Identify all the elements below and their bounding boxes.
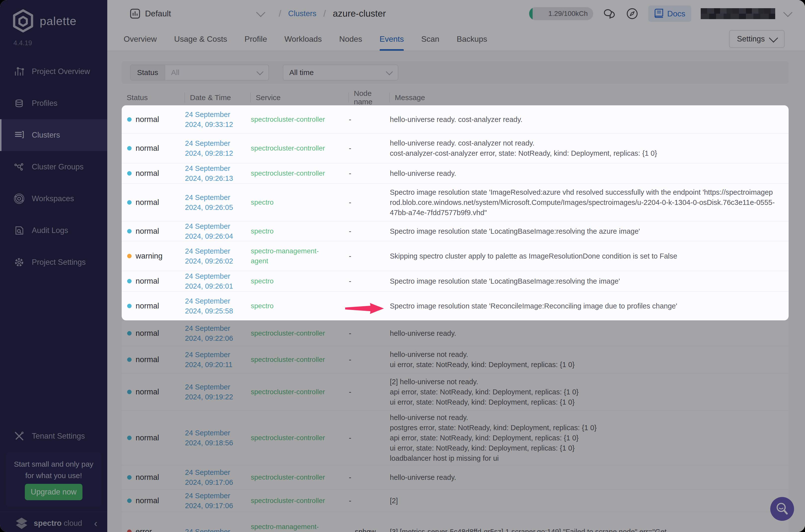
event-row[interactable]: normal24 September 2024, 09:22:06spectro… xyxy=(122,321,789,346)
status-dot-normal xyxy=(127,279,132,283)
sidebar-item-label: Tenant Settings xyxy=(32,432,85,441)
event-status-cell: normal xyxy=(122,115,185,124)
event-message: hello-universe not ready. postgres error… xyxy=(390,413,789,463)
event-node-name: - xyxy=(349,115,390,124)
status-dot-normal xyxy=(127,498,132,503)
audit-doc-icon xyxy=(14,225,25,236)
status-filter: Status All xyxy=(130,64,269,80)
event-message: Spectro image resolution state 'Locating… xyxy=(390,276,789,286)
event-datetime: 24 September 2024, 09:26:04 xyxy=(185,221,251,241)
event-node-name: - xyxy=(349,277,390,285)
settings-button[interactable]: Settings xyxy=(729,30,785,48)
layers-icon xyxy=(14,98,25,109)
event-service: spectro xyxy=(251,276,349,286)
status-text: normal xyxy=(136,329,159,338)
sidebar-item-tenant-settings[interactable]: Tenant Settings xyxy=(0,420,107,452)
event-row[interactable]: normal24 September 2024, 09:17:06spectro… xyxy=(122,466,789,490)
orbit-icon xyxy=(14,193,25,204)
status-dot-error xyxy=(127,530,132,532)
search-fab-button[interactable] xyxy=(770,497,794,521)
sidebar-item-cluster-groups[interactable]: Cluster Groups xyxy=(0,151,107,183)
sidebar-item-audit-logs[interactable]: Audit Logs xyxy=(0,214,107,246)
main-area: Default / Clusters / azure-cluster 1.29/… xyxy=(107,0,805,532)
event-datetime: 24 September 2024, 09:26:13 xyxy=(185,164,251,183)
chevron-down-icon xyxy=(386,68,393,75)
event-row[interactable]: normal24 September 2024, 09:18:56spectro… xyxy=(122,411,789,466)
spectro-cloud-logo-icon xyxy=(14,517,29,530)
compass-icon[interactable] xyxy=(626,7,639,20)
sidebar-item-project-settings[interactable]: Project Settings xyxy=(0,246,107,278)
user-menu-chevron-icon[interactable] xyxy=(783,8,792,17)
status-text: normal xyxy=(136,277,159,286)
breadcrumb-clusters-link[interactable]: Clusters xyxy=(288,9,317,18)
column-header-service: Service xyxy=(251,93,349,102)
event-row[interactable]: normal24 September 2024, 09:26:05spectro… xyxy=(122,184,789,222)
event-node-name: - xyxy=(349,356,390,364)
sidebar-item-profiles[interactable]: Profiles xyxy=(0,88,107,119)
sidebar-item-clusters[interactable]: Clusters xyxy=(0,119,107,151)
event-row[interactable]: normal24 September 2024, 09:17:06spectro… xyxy=(122,490,789,512)
event-row[interactable]: normal24 September 2024, 09:26:04spectro… xyxy=(122,222,789,242)
status-filter-select[interactable]: All xyxy=(165,64,269,80)
sidebar-menu: Project OverviewProfilesClustersCluster … xyxy=(0,56,107,278)
sidebar-item-label: Project Overview xyxy=(32,67,90,76)
event-row[interactable]: normal24 September 2024, 09:26:01spectro… xyxy=(122,271,789,291)
book-icon xyxy=(654,8,664,19)
status-dot-normal xyxy=(127,390,132,394)
sidebar-item-project-overview[interactable]: Project Overview xyxy=(0,56,107,88)
event-row[interactable]: normal24 September 2024, 09:33:12spectro… xyxy=(122,106,789,134)
event-service: spectro-management- agent xyxy=(251,246,349,266)
tab-nodes[interactable]: Nodes xyxy=(339,27,362,51)
tab-backups[interactable]: Backups xyxy=(457,27,487,51)
event-node-name: - xyxy=(349,388,390,396)
event-status-cell: normal xyxy=(122,144,185,153)
docs-button[interactable]: Docs xyxy=(648,5,691,22)
event-status-cell: error xyxy=(122,527,185,532)
event-datetime: 24 September 2024, 09:33:12 xyxy=(185,110,251,129)
event-row[interactable]: normal24 September 2024, 09:25:58spectro… xyxy=(122,291,789,321)
event-message: [2] hello-universe not ready. api error,… xyxy=(390,377,789,407)
event-row[interactable]: warning24 September 2024, 09:26:02spectr… xyxy=(122,242,789,271)
upgrade-now-button[interactable]: Upgrade now xyxy=(25,484,82,500)
molecule-icon xyxy=(14,161,25,173)
event-service: spectrocluster-controller xyxy=(251,387,349,397)
tab-workloads[interactable]: Workloads xyxy=(284,27,322,51)
server-icon xyxy=(14,129,25,141)
tab-profile[interactable]: Profile xyxy=(245,27,267,51)
brand-name: palette xyxy=(40,14,76,28)
event-row[interactable]: normal24 September 2024, 09:20:11spectro… xyxy=(122,346,789,374)
status-dot-normal xyxy=(127,357,132,362)
event-row[interactable]: error24 Septemberspectro-management- age… xyxy=(122,512,789,532)
status-text: normal xyxy=(136,198,159,207)
collapse-sidebar-icon[interactable]: ‹ xyxy=(94,518,97,528)
tab-scan[interactable]: Scan xyxy=(421,27,439,51)
event-message: Spectro image resolution state 'Locating… xyxy=(390,226,789,236)
event-status-cell: warning xyxy=(122,252,185,261)
tabs: OverviewUsage & CostsProfileWorkloadsNod… xyxy=(124,27,487,51)
event-row[interactable]: normal24 September 2024, 09:26:13spectro… xyxy=(122,164,789,184)
tab-overview[interactable]: Overview xyxy=(124,27,157,51)
event-row[interactable]: normal24 September 2024, 09:28:12spectro… xyxy=(122,134,789,164)
sidebar-item-label: Profiles xyxy=(32,99,57,108)
tab-events[interactable]: Events xyxy=(380,27,404,51)
event-status-cell: normal xyxy=(122,496,185,505)
chat-icon[interactable] xyxy=(602,7,616,20)
spectro-cloud-wordmark: spectro cloud xyxy=(34,519,82,528)
project-selector[interactable]: Default xyxy=(130,8,264,19)
event-message: Spectro image resolution state 'Reconcil… xyxy=(390,301,789,311)
status-dot-normal xyxy=(127,200,132,205)
user-account-redacted[interactable] xyxy=(701,8,775,19)
event-status-cell: normal xyxy=(122,473,185,482)
app-version: 4.4.19 xyxy=(14,39,32,47)
sidebar-item-workspaces[interactable]: Workspaces xyxy=(0,183,107,214)
event-service: spectrocluster-controller xyxy=(251,328,349,338)
event-row[interactable]: normal24 September 2024, 09:19:22spectro… xyxy=(122,374,789,411)
time-range-select[interactable]: All time xyxy=(283,64,398,80)
event-datetime: 24 September 2024, 09:17:06 xyxy=(185,468,251,487)
usage-progress-bar xyxy=(529,7,533,20)
event-node-name: ...sphgw xyxy=(349,528,390,532)
event-service: spectro-management- agent xyxy=(251,522,349,532)
tab-usage-costs[interactable]: Usage & Costs xyxy=(174,27,227,51)
filter-bar: Status All All time xyxy=(122,61,789,84)
event-service: spectrocluster-controller xyxy=(251,433,349,443)
